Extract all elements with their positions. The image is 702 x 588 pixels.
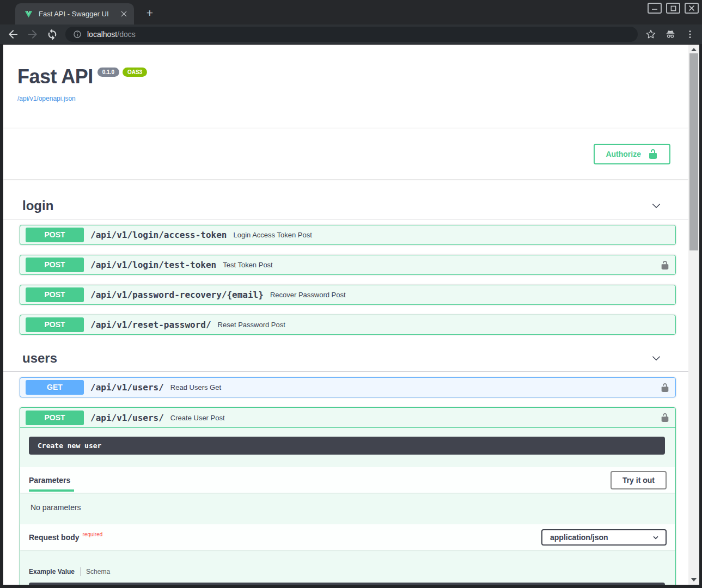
- operation-row[interactable]: POST /api/v1/users/ Create User Post: [20, 408, 675, 428]
- active-tab-underline: [29, 489, 74, 492]
- chevron-down-icon[interactable]: [650, 200, 662, 212]
- operation-description: Create new user: [29, 437, 665, 455]
- content-type-value: application/json: [550, 533, 608, 542]
- authorize-button[interactable]: Authorize: [594, 144, 670, 164]
- method-badge: POST: [26, 287, 84, 302]
- login-operations: POST /api/v1/login/access-token Login Ac…: [3, 219, 688, 335]
- model-example-tabs: Example Value Schema: [29, 567, 675, 576]
- auth-lock-icon[interactable]: [660, 413, 670, 422]
- operation-path: /api/v1/reset-password/: [90, 320, 211, 330]
- url-path: /docs: [117, 30, 135, 39]
- tab-parameters: Parameters: [29, 476, 70, 485]
- operation-summary: Recover Password Post: [270, 291, 346, 299]
- section-title: login: [22, 198, 650, 213]
- tab-close-icon[interactable]: [119, 9, 129, 19]
- operation-row[interactable]: GET /api/v1/users/ Read Users Get: [20, 377, 676, 397]
- unlock-icon: [648, 149, 658, 160]
- chevron-down-icon: [651, 533, 660, 542]
- page-scrollbar[interactable]: [688, 45, 699, 585]
- operation-path: /api/v1/password-recovery/{email}: [90, 290, 264, 300]
- method-badge: POST: [26, 411, 84, 425]
- try-it-out-button[interactable]: Try it out: [611, 471, 667, 489]
- example-code-block: {: [29, 583, 665, 585]
- content-type-select[interactable]: application/json: [541, 529, 667, 546]
- tab-divider: [80, 567, 81, 576]
- operation-path: /api/v1/users/: [90, 413, 164, 423]
- operation-path: /api/v1/users/: [90, 382, 164, 393]
- chevron-down-icon[interactable]: [650, 352, 662, 364]
- section-header-users[interactable]: users: [3, 345, 688, 372]
- tab-schema[interactable]: Schema: [86, 568, 110, 575]
- users-operations: GET /api/v1/users/ Read Users Get: [3, 372, 688, 397]
- page-title: Fast API: [17, 65, 93, 88]
- fastapi-favicon-icon: [24, 9, 33, 19]
- api-info: Fast API0.1.0OAS3 /api/v1/openapi.json: [3, 45, 688, 102]
- browser-toolbar: localhost/docs: [0, 24, 702, 45]
- close-button[interactable]: [685, 3, 699, 14]
- operation-row[interactable]: POST /api/v1/login/test-token Test Token…: [20, 255, 676, 275]
- scroll-down-arrow[interactable]: [688, 576, 699, 584]
- minimize-button[interactable]: [648, 3, 662, 14]
- method-badge: POST: [26, 317, 84, 332]
- operation-summary: Reset Password Post: [218, 321, 285, 329]
- authorize-label: Authorize: [606, 150, 641, 158]
- operation-summary: Test Token Post: [223, 261, 273, 269]
- window-controls: [648, 3, 699, 14]
- new-tab-button[interactable]: +: [143, 7, 157, 21]
- menu-kebab-icon[interactable]: [685, 29, 695, 40]
- toolbar-actions: [645, 29, 695, 40]
- oas3-badge: OAS3: [123, 68, 147, 77]
- auth-lock-icon[interactable]: [660, 383, 670, 393]
- operation-summary: Login Access Token Post: [233, 231, 312, 239]
- method-badge: POST: [26, 228, 84, 242]
- url-host: localhost: [87, 30, 117, 39]
- operation-path: /api/v1/login/access-token: [90, 230, 227, 240]
- auth-lock-icon[interactable]: [660, 260, 670, 270]
- maximize-button[interactable]: [666, 3, 680, 14]
- section-header-login[interactable]: login: [3, 192, 688, 219]
- browser-titlebar: Fast API - Swagger UI +: [0, 0, 702, 24]
- site-info-icon[interactable]: [73, 30, 82, 39]
- incognito-icon: [665, 29, 676, 40]
- operation-summary: Create User Post: [170, 414, 225, 422]
- bookmark-star-icon[interactable]: [645, 29, 656, 40]
- operation-row[interactable]: POST /api/v1/password-recovery/{email} R…: [20, 285, 676, 305]
- parameters-header: Parameters Try it out: [20, 467, 675, 493]
- operation-summary: Read Users Get: [170, 383, 221, 391]
- url-text: localhost/docs: [87, 30, 136, 39]
- browser-tab[interactable]: Fast API - Swagger UI: [15, 3, 134, 24]
- section-title: users: [22, 351, 650, 366]
- forward-button-icon[interactable]: [26, 28, 39, 41]
- scheme-container: Authorize: [3, 128, 688, 179]
- browser-viewport: Fast API0.1.0OAS3 /api/v1/openapi.json A…: [0, 45, 702, 588]
- version-badge: 0.1.0: [97, 68, 119, 77]
- method-badge: POST: [26, 258, 84, 272]
- scrollbar-thumb[interactable]: [689, 53, 698, 250]
- swagger-page: Fast API0.1.0OAS3 /api/v1/openapi.json A…: [3, 45, 688, 585]
- openapi-spec-link[interactable]: /api/v1/openapi.json: [17, 95, 688, 102]
- request-body-label: Request body: [29, 533, 80, 542]
- scroll-up-arrow[interactable]: [688, 46, 699, 53]
- tab-example-value[interactable]: Example Value: [29, 568, 75, 575]
- browser-window: Fast API - Swagger UI +: [0, 0, 702, 588]
- url-bar[interactable]: localhost/docs: [65, 27, 638, 42]
- required-badge: required: [83, 531, 103, 537]
- tab-title: Fast API - Swagger UI: [39, 10, 119, 18]
- back-button-icon[interactable]: [7, 28, 20, 41]
- operation-expanded-create-user: POST /api/v1/users/ Create User Post Cre…: [20, 407, 676, 585]
- operation-row[interactable]: POST /api/v1/login/access-token Login Ac…: [20, 225, 676, 245]
- operation-row[interactable]: POST /api/v1/reset-password/ Reset Passw…: [20, 315, 676, 335]
- reload-button-icon[interactable]: [46, 28, 59, 41]
- operation-path: /api/v1/login/test-token: [90, 260, 216, 270]
- request-body-header: Request body required application/json: [20, 524, 675, 550]
- method-badge: GET: [26, 380, 84, 395]
- no-parameters-text: No parameters: [20, 493, 675, 513]
